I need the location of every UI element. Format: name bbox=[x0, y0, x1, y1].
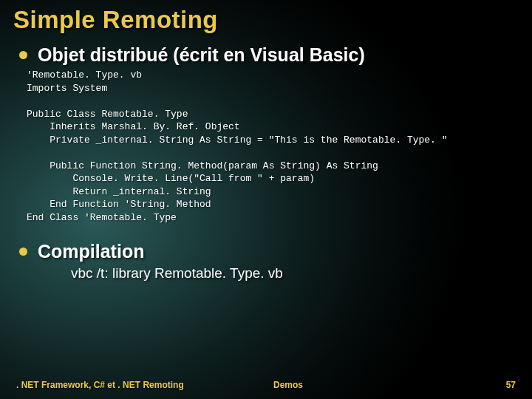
bullet-2-text: Compilation bbox=[38, 241, 144, 262]
bullet-icon bbox=[19, 248, 27, 256]
footer-page-number: 57 bbox=[506, 380, 516, 390]
slide-title: Simple Remoting bbox=[13, 6, 519, 34]
bullet-2: Compilation bbox=[19, 241, 519, 262]
footer: . NET Framework, C# et . NET Remoting De… bbox=[0, 380, 532, 390]
footer-left: . NET Framework, C# et . NET Remoting bbox=[16, 380, 184, 390]
bullet-1-text: Objet distribué (écrit en Visual Basic) bbox=[38, 44, 365, 66]
sub-line: vbc /t: library Remotable. Type. vb bbox=[71, 265, 519, 282]
footer-center: Demos bbox=[273, 380, 303, 390]
code-block: 'Remotable. Type. vb Imports System Publ… bbox=[27, 69, 519, 225]
bullet-icon bbox=[19, 51, 27, 59]
slide: Simple Remoting Objet distribué (écrit e… bbox=[0, 0, 532, 399]
bullet-1: Objet distribué (écrit en Visual Basic) bbox=[19, 44, 519, 66]
